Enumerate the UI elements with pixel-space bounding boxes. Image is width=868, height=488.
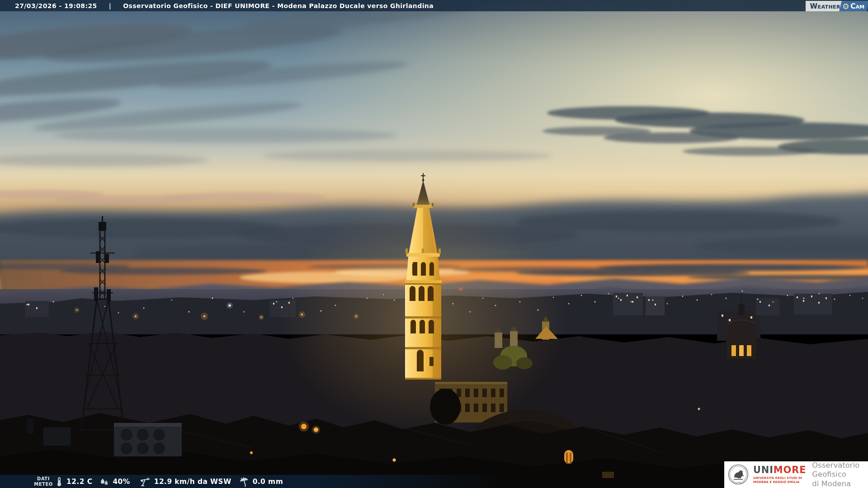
- rain-reading: 0.0 mm: [239, 477, 283, 487]
- webcam-title: Osservatorio Geofisico - DIEF UNIMORE - …: [123, 2, 434, 9]
- weathercam-logo-cam-segment: Cam: [839, 1, 868, 11]
- temperature-reading: 12.2 C: [55, 477, 92, 487]
- separator: |: [109, 2, 112, 9]
- unimore-seal-icon: 1175: [727, 463, 749, 487]
- umbrella-icon: [239, 477, 250, 487]
- cityscape-photo: [0, 0, 868, 488]
- unimore-branding-box: 1175 UNIMORE UNIVERSITÀ DEGLI STUDI DI M…: [724, 461, 868, 488]
- unimore-wordmark: UNIMORE: [753, 465, 806, 475]
- unimore-wordmark-block: UNIMORE UNIVERSITÀ DEGLI STUDI DI MODENA…: [753, 465, 806, 483]
- weathercam-logo-cam: Cam: [850, 2, 864, 10]
- svg-text:1175: 1175: [736, 482, 741, 484]
- observatory-name: Osservatorio Geofisico di Modena: [812, 461, 868, 488]
- header-bar: 27/03/2026 - 19:08:25 | Osservatorio Geo…: [0, 0, 868, 11]
- droplets-icon: [99, 477, 109, 486]
- timestamp: 27/03/2026 - 19:08:25: [15, 2, 97, 9]
- weathercam-logo: Weather Cam: [806, 1, 868, 11]
- camera-lens-icon: [843, 4, 849, 9]
- wind-reading: 12.9 km/h da WSW: [139, 477, 231, 487]
- wind-vane-icon: [139, 477, 151, 487]
- webcam-frame: 27/03/2026 - 19:08:25 | Osservatorio Geo…: [0, 0, 868, 488]
- thermometer-icon: [55, 477, 63, 487]
- humidity-reading: 40%: [99, 477, 130, 486]
- weathercam-logo-weather: Weather: [806, 1, 842, 11]
- unimore-subtitle: UNIVERSITÀ DEGLI STUDI DI MODENA E REGGI…: [753, 476, 806, 483]
